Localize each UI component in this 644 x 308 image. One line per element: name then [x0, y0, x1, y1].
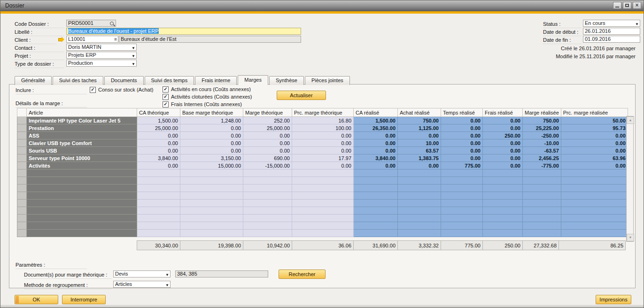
checkbox-activites-en-cours[interactable]: ✓ Activités en cours (Coûts annexes) [163, 86, 251, 92]
interrompre-button[interactable]: Interrompre [62, 295, 106, 304]
empty-table-row[interactable] [17, 185, 628, 192]
column-header-frais-realise[interactable]: Frais réalisé [483, 108, 523, 117]
maximize-button[interactable] [623, 2, 631, 9]
article-cell[interactable] [27, 207, 137, 215]
column-header-prc-marge-theorique[interactable]: Prc. marge théorique [292, 108, 354, 117]
article-cell[interactable] [27, 185, 137, 192]
libelle-field[interactable]: Bureaux d'étude de l'ouest - projet ERP [66, 28, 301, 35]
row-selector[interactable] [17, 154, 27, 162]
row-selector[interactable] [17, 177, 27, 185]
checkbox-conso-sur-stock[interactable]: ✓ Conso sur stock (Achat) [90, 86, 153, 93]
row-selector[interactable] [17, 230, 27, 237]
checkbox-activites-cloturees[interactable]: ✓ Activités cloturées (Coûts annexes) [163, 93, 252, 100]
empty-table-row[interactable] [17, 222, 628, 230]
article-cell[interactable] [27, 215, 137, 222]
article-cell[interactable] [27, 177, 137, 185]
status-dropdown[interactable]: En cours ▼ [583, 20, 640, 27]
column-header-ca-theorique[interactable]: CA théorique [137, 108, 180, 117]
article-cell[interactable] [27, 200, 137, 207]
row-selector[interactable] [17, 200, 27, 207]
type-dossier-dropdown[interactable]: Production ▼ [66, 60, 137, 67]
table-row[interactable]: Imprimante HP type Color Laser Jet 51,50… [17, 117, 628, 124]
column-header-prc-marge-realisee[interactable]: Prc. marge réalisée [561, 108, 628, 117]
empty-table-row[interactable] [17, 215, 628, 222]
row-selector[interactable] [17, 124, 27, 132]
checkbox-frais-internes[interactable]: ✓ Frais Internes (Coûts annexes) [163, 101, 242, 108]
ok-button[interactable]: OK [15, 295, 58, 304]
column-header-marge-realisee[interactable]: Marge réalisée [523, 108, 561, 117]
row-selector-header[interactable] [17, 108, 27, 117]
link-arrow-icon[interactable] [58, 37, 65, 42]
article-cell[interactable] [27, 169, 137, 177]
empty-table-row[interactable] [17, 230, 628, 237]
article-cell[interactable]: Activités [27, 162, 137, 169]
row-selector[interactable] [17, 132, 27, 139]
tab-synthese[interactable]: Synthèse [269, 76, 304, 85]
row-selector[interactable] [17, 147, 27, 154]
tab-marges[interactable]: Marges [238, 75, 268, 85]
article-cell[interactable] [27, 230, 137, 237]
projet-dropdown[interactable]: Projets ERP ▼ [66, 52, 137, 59]
scroll-down-icon[interactable]: ▼ [627, 234, 634, 241]
table-row[interactable]: Clavier USB type Comfort0.000.000.000.00… [17, 139, 628, 147]
article-cell[interactable]: Clavier USB type Comfort [27, 139, 137, 147]
code-dossier-field[interactable]: PRD50001 [66, 20, 116, 27]
value-cell [137, 222, 180, 230]
empty-table-row[interactable] [17, 200, 628, 207]
column-header-base-marge-theorique[interactable]: Base marge théorique [180, 108, 243, 117]
column-header-article[interactable]: Article [27, 108, 137, 117]
article-cell[interactable]: Souris USB [27, 147, 137, 154]
search-icon[interactable] [110, 22, 114, 25]
doc-type-dropdown[interactable]: Devis ▼ [113, 270, 171, 277]
scroll-up-icon[interactable]: ▲ [627, 116, 634, 124]
row-selector[interactable] [17, 207, 27, 215]
column-header-achat-realise[interactable]: Achat réalisé [398, 108, 441, 117]
row-selector[interactable] [17, 185, 27, 192]
article-cell[interactable]: Imprimante HP type Color Laser Jet 5 [27, 117, 137, 124]
row-selector[interactable] [17, 222, 27, 230]
close-button[interactable]: × [633, 2, 641, 9]
column-header-marge-theorique[interactable]: Marge théorique [243, 108, 292, 117]
tab-frais-interne[interactable]: Frais interne [195, 76, 237, 85]
row-selector[interactable] [17, 162, 27, 169]
date-debut-field[interactable]: 26.01.2016 [583, 28, 640, 35]
column-header-ca-realise[interactable]: CA réalisé [354, 108, 398, 117]
empty-table-row[interactable] [17, 177, 628, 185]
table-row[interactable]: Souris USB0.000.000.000.000.0063.570.000… [17, 147, 628, 154]
table-row[interactable]: Prestation25,000.000.0025,000.00100.0026… [17, 124, 628, 132]
article-cell[interactable] [27, 192, 137, 200]
rechercher-button[interactable]: Rechercher [279, 270, 326, 279]
value-cell: 0.00 [180, 139, 243, 147]
tab-suivi-des-temps[interactable]: Suivi des temps [145, 76, 194, 85]
article-cell[interactable]: Serveur type Point 10000 [27, 154, 137, 162]
row-selector[interactable] [17, 192, 27, 200]
table-row[interactable]: Activités0.0015,000.00-15,000.000.000.00… [17, 162, 628, 169]
table-row[interactable]: Serveur type Point 100003,840.003,150.00… [17, 154, 628, 162]
titlebar[interactable]: Dossier × [0, 0, 644, 11]
tab-generalite[interactable]: Généralité [15, 76, 52, 85]
regroupement-dropdown[interactable]: Articles ▼ [113, 281, 171, 288]
tab-documents[interactable]: Documents [104, 76, 144, 85]
article-cell[interactable] [27, 222, 137, 230]
row-selector[interactable] [17, 215, 27, 222]
row-selector[interactable] [17, 117, 27, 124]
row-selector[interactable] [17, 139, 27, 147]
row-selector[interactable] [17, 169, 27, 177]
date-fin-field[interactable]: 01.09.2016 [583, 36, 640, 43]
contact-dropdown[interactable]: Doris MARTIN ▼ [66, 44, 137, 51]
column-header-temps-realise[interactable]: Temps réalisé [441, 108, 483, 117]
tab-pieces-jointes[interactable]: Pièces jointes [305, 76, 350, 85]
client-code-field[interactable]: L10001 ≡ [66, 36, 118, 43]
empty-table-row[interactable] [17, 169, 628, 177]
empty-table-row[interactable] [17, 192, 628, 200]
empty-table-row[interactable] [17, 207, 628, 215]
minimize-button[interactable] [613, 2, 621, 9]
list-icon[interactable]: ≡ [114, 36, 117, 42]
vertical-scrollbar[interactable]: ▲ ▼ [626, 116, 634, 242]
article-cell[interactable]: ASS [27, 132, 137, 139]
table-row[interactable]: ASS0.000.000.000.000.000.000.00250.00-25… [17, 132, 628, 139]
tab-suivi-des-taches[interactable]: Suivi des taches [53, 76, 103, 85]
impressions-button[interactable]: Impressions [596, 295, 631, 304]
actualiser-button[interactable]: Actualiser [277, 91, 326, 100]
article-cell[interactable]: Prestation [27, 124, 137, 132]
